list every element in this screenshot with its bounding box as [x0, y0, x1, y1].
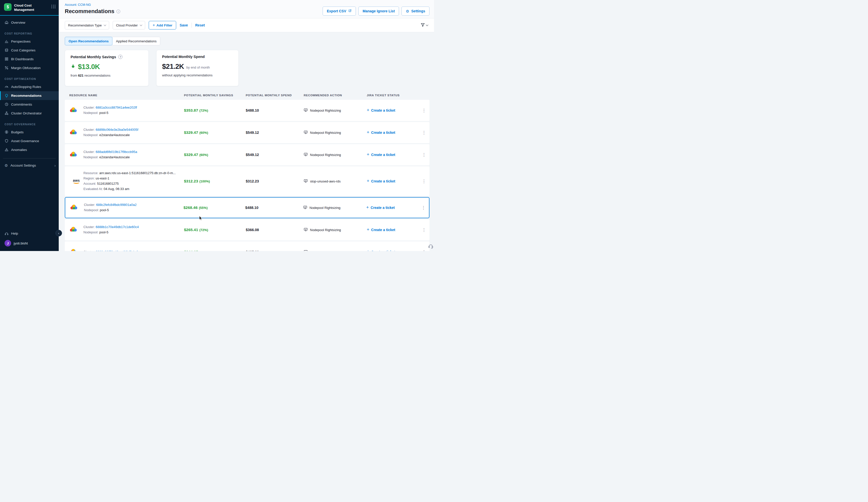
sidebar-item-label: Commitments	[11, 103, 32, 106]
divider	[192, 23, 192, 28]
add-filter-label: Add Filter	[156, 23, 172, 27]
spend-value: $549.12	[246, 153, 304, 157]
plus-icon: +	[367, 178, 370, 184]
action-label: Nodepool Rightsizing	[310, 250, 341, 251]
user-menu[interactable]: J jyoti.bisht	[0, 238, 59, 249]
sidebar-item-bi-dashboards[interactable]: BI Dashboards	[0, 55, 59, 63]
chevron-right-icon: ›	[54, 164, 56, 167]
recommendation-tabs: Open Recommendations Applied Recommendat…	[65, 37, 430, 45]
tab-open-recommendations[interactable]: Open Recommendations	[65, 37, 112, 45]
page-title: Recommendations	[65, 8, 114, 14]
gcp-logo-icon	[69, 226, 83, 233]
sidebar-item-overview[interactable]: Overview	[0, 18, 59, 27]
cluster-link[interactable]: 68898c064e3e2ba0e544005f	[95, 128, 138, 132]
main-content: Account: CCM-NG Recommendations i Export…	[59, 0, 434, 251]
sidebar-item-anomalies[interactable]: Anomalies	[0, 145, 59, 154]
action-icon	[304, 153, 308, 157]
filter-panel-toggle[interactable]	[421, 23, 428, 28]
create-ticket-link[interactable]: +Create a ticket	[367, 130, 418, 135]
gcp-logo-icon	[69, 107, 83, 114]
plus-icon: +	[367, 249, 370, 251]
row-menu-button[interactable]: ⋮	[418, 227, 430, 233]
sidebar-item-label: AutoStopping Rules	[11, 85, 41, 89]
sidebar-collapse-button[interactable]: ‹	[55, 230, 62, 237]
table-row[interactable]: Cluster: 6881a3ccc887941a4ee202ff Nodepo…	[65, 100, 430, 121]
savings-value: $329.47	[184, 130, 198, 135]
info-icon[interactable]: i	[116, 10, 120, 13]
help-question-icon[interactable]: ?	[118, 55, 123, 59]
lightbulb-icon	[4, 94, 9, 97]
gear-icon: ⚙	[406, 9, 409, 13]
table-row[interactable]: Cluster: 6888b1c70e49db17c1de60c4 Nodepo…	[65, 219, 430, 240]
section-header-cost-governance: COST GOVERNANCE	[4, 123, 59, 126]
cloud-provider-dropdown[interactable]: Cloud Provider	[113, 21, 145, 30]
cluster-link[interactable]: 6881a3ccc887941a4ee202ff	[95, 106, 137, 109]
potential-spend-card: Potential Monthly Spend $21.2K by end of…	[156, 50, 239, 86]
breadcrumb[interactable]: Account: CCM-NG	[65, 3, 120, 7]
potential-savings-card: Potential Monthly Savings ? $13.0K from …	[65, 50, 149, 86]
gcp-logo-icon	[70, 204, 84, 211]
export-csv-label: Export CSV	[327, 9, 346, 13]
table-row[interactable]: Cluster: 68898c064e3e2ba0e544005f Nodepo…	[65, 122, 430, 143]
headset-icon	[4, 232, 9, 236]
recommendations-list: Cluster: 6881a3ccc887941a4ee202ff Nodepo…	[65, 100, 430, 251]
row-menu-button[interactable]: ⋮	[418, 152, 430, 157]
sidebar-item-perspectives[interactable]: Perspectives	[0, 37, 59, 46]
gear-icon: ⚙	[4, 164, 8, 167]
shield-icon	[4, 139, 9, 143]
savings-percent: (60%)	[199, 131, 208, 135]
sidebar-item-label: Perspectives	[11, 40, 31, 43]
savings-percent: (100%)	[199, 179, 210, 183]
sidebar-item-account-settings[interactable]: ⚙ Account Settings ›	[0, 161, 59, 170]
recommendation-type-dropdown[interactable]: Recommendation Type	[65, 21, 109, 30]
create-ticket-link[interactable]: +Create a ticket	[367, 179, 418, 184]
apps-grid-icon[interactable]	[51, 3, 56, 8]
sidebar-item-label: Budgets	[11, 130, 24, 134]
sidebar-item-commitments[interactable]: Commitments	[0, 100, 59, 109]
app-title: Cloud Cost Management	[14, 3, 49, 12]
savings-percent: (60%)	[199, 153, 208, 157]
sidebar-item-asset-governance[interactable]: Asset Governance	[0, 137, 59, 145]
row-menu-button[interactable]: ⋮	[418, 130, 430, 135]
add-filter-button[interactable]: + Add Filter	[149, 21, 176, 30]
table-row[interactable]: Cluster: 6886e92f59a48cad86b5b1c6 $244.0…	[65, 241, 430, 251]
create-ticket-link[interactable]: +Create a ticket	[367, 250, 418, 251]
card-title: Potential Monthly Savings	[71, 55, 116, 59]
action-label: Nodepool Rightsizing	[310, 131, 341, 135]
row-menu-button[interactable]: ⋮	[418, 179, 430, 184]
create-ticket-link[interactable]: +Create a ticket	[367, 153, 418, 157]
cluster-link[interactable]: 688c2fefc84fbdc99801a0a2	[96, 203, 136, 207]
tab-applied-recommendations[interactable]: Applied Recommendations	[112, 37, 160, 45]
sidebar-item-margin-obfuscation[interactable]: Margin Obfuscation	[0, 63, 59, 72]
settings-button[interactable]: ⚙ Settings	[402, 7, 430, 15]
sidebar-item-cost-categories[interactable]: Cost Categories	[0, 46, 59, 55]
table-row-selected[interactable]: Cluster: 688c2fefc84fbdc99801a0a2 Nodepo…	[65, 197, 430, 218]
create-ticket-link[interactable]: +Create a ticket	[367, 228, 418, 232]
sidebar-item-cluster-orchestrator[interactable]: Cluster Orchestrator	[0, 109, 59, 118]
save-filter-link[interactable]: Save	[180, 23, 188, 27]
sidebar-item-recommendations[interactable]: Recommendations	[0, 91, 59, 100]
support-headset-icon[interactable]	[428, 243, 434, 250]
table-row[interactable]: Cluster: 688add6fb019b17f9bccb95a Nodepo…	[65, 144, 430, 165]
savings-value: $312.23	[184, 179, 198, 183]
sidebar-item-label: Recommendations	[11, 94, 42, 97]
plus-icon: +	[367, 130, 370, 135]
cluster-link[interactable]: 6888b1c70e49db17c1de60c4	[95, 225, 138, 229]
sidebar-item-help[interactable]: Help	[0, 229, 59, 238]
cluster-link[interactable]: 6886e92f59a48cad86b5b1c6	[95, 250, 138, 251]
manage-ignore-list-button[interactable]: Manage Ignore List	[358, 7, 399, 15]
spend-amount: $21.2K	[162, 63, 184, 71]
sidebar-item-autostopping-rules[interactable]: AutoStopping Rules	[0, 82, 59, 91]
row-menu-button[interactable]: ⋮	[418, 108, 430, 113]
table-row[interactable]: aws Resource: arn:aws:rds:us-east-1:5116…	[65, 166, 430, 196]
export-csv-button[interactable]: Export CSV	[323, 7, 356, 15]
row-menu-button[interactable]: ⋮	[418, 205, 429, 210]
reset-filter-link[interactable]: Reset	[195, 23, 205, 27]
sidebar-item-budgets[interactable]: Budgets	[0, 128, 59, 137]
spend-value: $488.10	[246, 108, 304, 112]
recommendation-count: 621	[78, 74, 84, 77]
create-ticket-link[interactable]: +Create a ticket	[366, 206, 418, 210]
cluster-link[interactable]: 688add6fb019b17f9bccb95a	[95, 150, 137, 154]
create-ticket-link[interactable]: +Create a ticket	[367, 108, 418, 113]
savings-value: $265.41	[184, 228, 198, 232]
